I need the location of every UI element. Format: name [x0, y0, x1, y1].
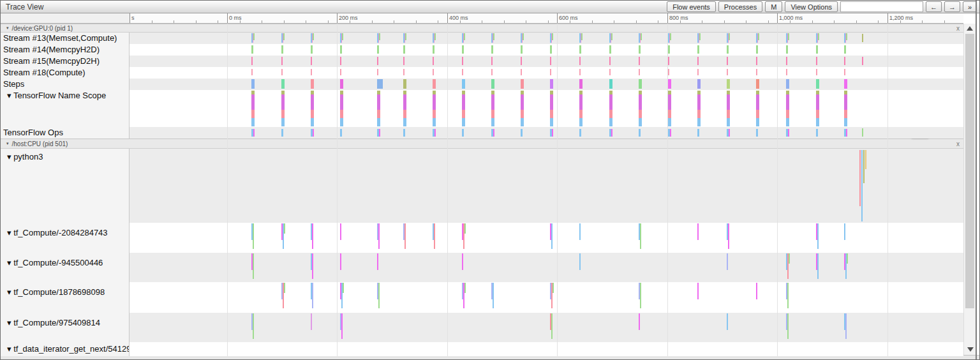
- trace-mark[interactable]: [550, 33, 553, 43]
- trace-mark[interactable]: [491, 33, 494, 43]
- trace-mark[interactable]: [844, 69, 845, 75]
- trace-mark[interactable]: [756, 57, 757, 65]
- trace-mark[interactable]: [697, 57, 699, 65]
- scroll-down-icon[interactable]: [967, 347, 974, 352]
- scroll-up-icon[interactable]: [967, 26, 973, 31]
- trace-mark[interactable]: [579, 57, 581, 65]
- trace-mark[interactable]: [311, 313, 312, 330]
- trace-mark[interactable]: [521, 33, 524, 43]
- trace-mark[interactable]: [844, 313, 847, 339]
- trace-mark[interactable]: [340, 223, 341, 240]
- trace-mark[interactable]: [639, 33, 642, 43]
- trace-mark[interactable]: [491, 57, 493, 65]
- trace-mark[interactable]: [340, 33, 343, 43]
- trace-mark[interactable]: [311, 33, 314, 43]
- m-button[interactable]: M: [765, 1, 782, 12]
- track-label-tfC[interactable]: ▾ tf_Compute/1878698098: [1, 282, 130, 313]
- track-tfD[interactable]: [130, 313, 963, 342]
- trace-mark[interactable]: [756, 129, 758, 137]
- trace-mark[interactable]: [311, 69, 312, 75]
- trace-mark[interactable]: [786, 45, 788, 54]
- trace-mark[interactable]: [311, 223, 313, 249]
- trace-mark[interactable]: [816, 223, 819, 249]
- trace-mark[interactable]: [550, 283, 554, 308]
- trace-mark[interactable]: [550, 57, 551, 65]
- trace-mark[interactable]: [668, 33, 671, 43]
- trace-mark[interactable]: [491, 69, 493, 75]
- trace-mark[interactable]: [521, 129, 523, 137]
- trace-mark[interactable]: [462, 129, 464, 137]
- trace-mark[interactable]: [340, 253, 341, 270]
- namescope-mark[interactable]: [462, 91, 465, 126]
- trace-mark[interactable]: [550, 45, 552, 54]
- trace-mark[interactable]: [433, 57, 434, 65]
- trace-mark[interactable]: [786, 253, 790, 279]
- trace-mark[interactable]: [433, 45, 434, 54]
- trace-mark[interactable]: [579, 129, 581, 137]
- trace-mark[interactable]: [550, 223, 553, 249]
- gpu-section-header[interactable]: ▾ /device:GPU:0 (pid 1) x: [1, 24, 963, 33]
- trace-mark[interactable]: [491, 45, 493, 54]
- trace-mark[interactable]: [697, 129, 699, 137]
- trace-mark[interactable]: [433, 33, 436, 43]
- trace-mark[interactable]: [609, 57, 611, 65]
- namescope-mark[interactable]: [251, 91, 255, 126]
- trace-mark[interactable]: [609, 129, 612, 137]
- trace-mark[interactable]: [697, 223, 699, 240]
- track-namescope[interactable]: [130, 90, 963, 127]
- step-mark[interactable]: [491, 79, 494, 89]
- trace-mark[interactable]: [377, 57, 378, 65]
- step-mark[interactable]: [697, 79, 701, 89]
- collapse-arrow-icon[interactable]: ▾: [6, 26, 9, 31]
- trace-mark[interactable]: [403, 129, 405, 137]
- trace-mark[interactable]: [786, 129, 789, 137]
- trace-mark[interactable]: [281, 223, 285, 249]
- trace-mark[interactable]: [462, 45, 464, 54]
- trace-mark[interactable]: [403, 69, 405, 75]
- trace-mark[interactable]: [862, 57, 863, 65]
- track-stream18[interactable]: [130, 67, 963, 79]
- namescope-mark[interactable]: [521, 91, 524, 126]
- trace-mark[interactable]: [579, 223, 581, 240]
- trace-mark[interactable]: [579, 253, 581, 270]
- trace-mark[interactable]: [786, 33, 789, 43]
- trace-mark[interactable]: [786, 313, 789, 339]
- trace-mark[interactable]: [377, 45, 379, 54]
- trace-mark[interactable]: [609, 69, 611, 75]
- trace-mark[interactable]: [377, 33, 380, 43]
- trace-mark[interactable]: [550, 69, 551, 75]
- trace-mark[interactable]: [844, 223, 845, 240]
- track-label-stream14[interactable]: Stream #14(MemcpyH2D): [1, 44, 130, 56]
- track-tfA[interactable]: [130, 223, 963, 253]
- step-mark[interactable]: [844, 79, 847, 89]
- trace-mark[interactable]: [251, 223, 254, 249]
- trace-mark[interactable]: [668, 129, 671, 137]
- trace-mark[interactable]: [668, 57, 669, 65]
- track-iter[interactable]: [130, 342, 963, 356]
- step-mark[interactable]: [403, 79, 406, 89]
- trace-mark[interactable]: [377, 283, 380, 308]
- trace-mark[interactable]: [251, 33, 255, 43]
- trace-mark[interactable]: [340, 129, 342, 137]
- trace-mark[interactable]: [844, 253, 848, 279]
- trace-mark[interactable]: [639, 69, 640, 75]
- trace-mark[interactable]: [281, 33, 285, 43]
- trace-mark[interactable]: [251, 313, 254, 339]
- trace-mark[interactable]: [668, 69, 669, 75]
- trace-mark[interactable]: [816, 33, 819, 43]
- trace-mark[interactable]: [281, 57, 283, 65]
- pan-right-button[interactable]: →: [944, 1, 960, 12]
- step-mark[interactable]: [786, 79, 789, 89]
- step-mark[interactable]: [609, 79, 612, 89]
- trace-mark[interactable]: [727, 313, 728, 330]
- trace-mark[interactable]: [697, 283, 699, 299]
- namescope-mark[interactable]: [550, 91, 553, 126]
- trace-mark[interactable]: [727, 253, 728, 270]
- trace-mark[interactable]: [281, 283, 285, 308]
- trace-mark[interactable]: [251, 253, 254, 279]
- namescope-mark[interactable]: [756, 91, 759, 126]
- step-mark[interactable]: [281, 79, 285, 89]
- trace-mark[interactable]: [311, 129, 314, 137]
- step-mark[interactable]: [462, 79, 465, 89]
- trace-mark[interactable]: [251, 129, 255, 137]
